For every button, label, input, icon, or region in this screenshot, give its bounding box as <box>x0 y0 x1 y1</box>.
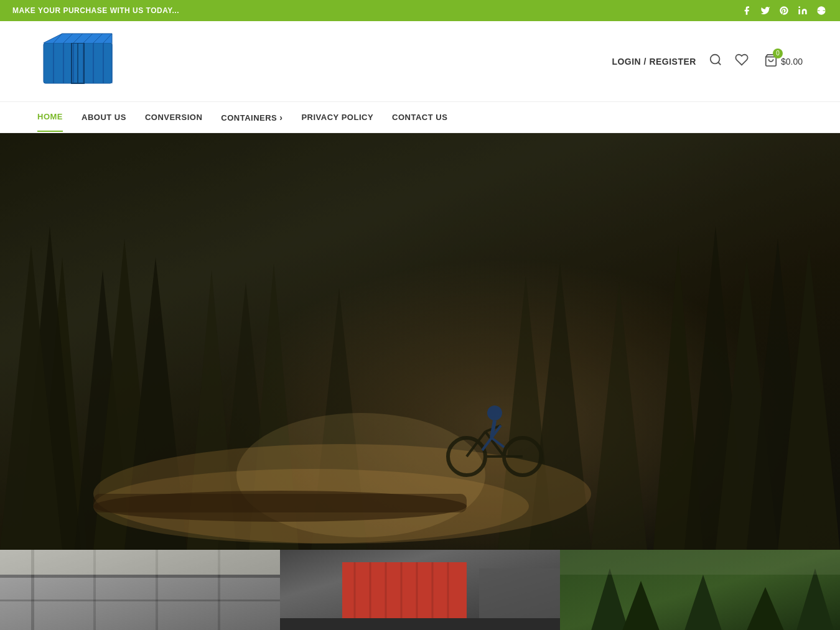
nav-item-privacy-policy[interactable]: PRIVACY POLICY <box>301 103 373 131</box>
network-icon[interactable] <box>815 4 828 17</box>
svg-point-18 <box>711 55 720 64</box>
preview-cards-row <box>0 550 840 630</box>
svg-rect-65 <box>0 550 280 575</box>
search-button[interactable] <box>709 53 722 70</box>
svg-rect-84 <box>560 550 840 575</box>
hero-trees-overlay <box>0 133 840 550</box>
nav-item-home[interactable]: HOME <box>37 103 63 132</box>
svg-rect-59 <box>0 575 280 578</box>
cart-count-badge: 0 <box>773 49 783 58</box>
facebook-icon[interactable] <box>740 4 753 17</box>
nav-item-containers[interactable]: CONTAINERS <box>221 103 282 132</box>
svg-point-50 <box>487 405 502 420</box>
wishlist-button[interactable] <box>735 53 749 70</box>
promo-text: MAKE YOUR PURCHASE WITH US TODAY... <box>12 6 179 15</box>
nav-item-contact-us[interactable]: CONTACT US <box>392 103 447 131</box>
svg-line-19 <box>718 62 721 65</box>
linkedin-icon[interactable] <box>796 4 809 17</box>
site-logo[interactable] <box>37 30 118 93</box>
svg-rect-60 <box>0 600 280 601</box>
cart-button[interactable]: 0 $0.00 <box>764 53 803 70</box>
svg-point-0 <box>798 6 800 8</box>
header: LOGIN / REGISTER 0 $0.00 <box>0 21 840 102</box>
logo-area[interactable] <box>37 30 118 93</box>
nav-item-conversion[interactable]: CONVERSION <box>145 103 202 131</box>
header-actions: LOGIN / REGISTER 0 $0.00 <box>612 53 803 70</box>
top-bar: MAKE YOUR PURCHASE WITH US TODAY... <box>0 0 840 21</box>
social-icons-group <box>740 4 828 17</box>
cart-price: $0.00 <box>781 57 803 67</box>
pinterest-icon[interactable] <box>778 4 790 17</box>
svg-rect-76 <box>280 618 560 630</box>
preview-card-3[interactable] <box>560 550 840 630</box>
twitter-icon[interactable] <box>759 4 772 17</box>
preview-card-2[interactable] <box>280 550 560 630</box>
svg-rect-77 <box>479 568 560 618</box>
nav-item-about-us[interactable]: ABOUT US <box>82 103 126 131</box>
preview-card-1[interactable] <box>0 550 280 630</box>
login-register-link[interactable]: LOGIN / REGISTER <box>612 57 696 67</box>
navigation: HOME ABOUT US CONVERSION CONTAINERS PRIV… <box>0 102 840 133</box>
svg-rect-56 <box>93 494 467 512</box>
hero-section <box>0 133 840 550</box>
